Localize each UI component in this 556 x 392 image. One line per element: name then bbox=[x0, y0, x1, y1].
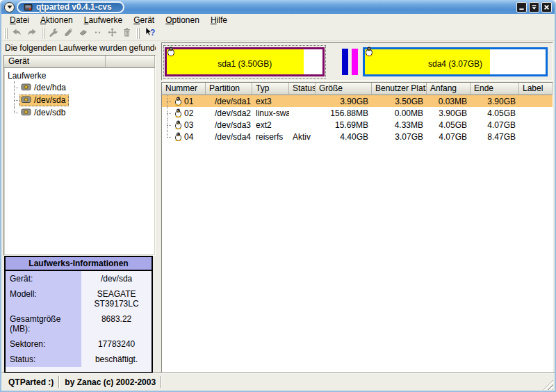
table-row-dev-sda2[interactable]: 02/dev/sda2linux-swap156.88MB0.00MB3.90G… bbox=[162, 107, 553, 119]
panel-splitter[interactable] bbox=[156, 41, 161, 373]
cell-anfang: 4.05GB bbox=[427, 119, 471, 131]
cell-label bbox=[519, 131, 553, 142]
eraser-button[interactable] bbox=[76, 26, 90, 40]
cell-typ: ext2 bbox=[252, 119, 289, 131]
column-header-anfang[interactable]: Anfang bbox=[427, 83, 471, 95]
cell-typ: ext3 bbox=[252, 95, 289, 107]
column-header-nummer[interactable]: Nummer bbox=[162, 83, 206, 95]
status-divider bbox=[58, 376, 60, 388]
cell-label bbox=[519, 107, 553, 119]
toolbar: ? bbox=[1, 26, 555, 41]
drive-info-grid: Gerät:/dev/sdaModell:SEAGATE ST39173LCGe… bbox=[6, 271, 152, 367]
resize-button[interactable] bbox=[90, 26, 105, 40]
device-tree-header[interactable]: Gerät bbox=[4, 56, 155, 68]
format-icon bbox=[63, 27, 74, 40]
resize-grip-icon[interactable] bbox=[543, 379, 553, 390]
tree-branch bbox=[10, 81, 19, 94]
minimize-button[interactable] bbox=[516, 2, 527, 13]
device-panel: Die folgenden Laufwerke wurden gefunden:… bbox=[1, 41, 156, 373]
redo-button[interactable] bbox=[24, 26, 39, 40]
column-header-gr-e[interactable]: Größe bbox=[316, 83, 372, 95]
menu-hilfe[interactable]: Hilfe bbox=[205, 15, 233, 26]
column-header-benutzer-platz[interactable]: Benutzer Platz bbox=[372, 83, 427, 95]
info-label: Gesamtgröße (MB): bbox=[6, 311, 81, 336]
device-tree: Gerät Laufwerke /dev/hda /dev/sda /dev/s… bbox=[3, 55, 156, 256]
partition-segment-sda4[interactable]: sda4 (3.07GB) bbox=[361, 45, 550, 79]
minimize-icon bbox=[518, 2, 525, 13]
move-button[interactable] bbox=[105, 26, 120, 40]
menu-datei[interactable]: Datei bbox=[4, 15, 35, 26]
cell-status bbox=[289, 107, 316, 119]
drive-info-footer bbox=[6, 367, 152, 372]
column-header-label[interactable]: Label bbox=[519, 83, 553, 95]
partition-table-header: NummerPartitionTypStatusGrößeBenutzer Pl… bbox=[162, 83, 553, 95]
cell-gr-e: 156.88MB bbox=[316, 107, 372, 119]
partition-segment-label: sda4 (3.07GB) bbox=[365, 49, 546, 74]
trash-button[interactable] bbox=[120, 26, 134, 40]
partition-segment-sda3[interactable] bbox=[352, 49, 358, 75]
device-entry[interactable]: /dev/hda bbox=[19, 82, 70, 94]
toolbar-handle[interactable] bbox=[136, 28, 140, 39]
toolbar-handle[interactable] bbox=[41, 28, 44, 39]
column-header-typ[interactable]: Typ bbox=[252, 83, 289, 95]
menu-optionen[interactable]: Optionen bbox=[160, 15, 205, 26]
whatsthis-button[interactable]: ? bbox=[142, 26, 156, 40]
tree-item-dev-sda[interactable]: /dev/sda bbox=[6, 94, 155, 106]
device-entry[interactable]: /dev/sdb bbox=[19, 107, 69, 119]
partition-table-body: 01/dev/sda1ext33.90GB3.50GB0.03MB3.90GB … bbox=[162, 95, 553, 142]
table-row-dev-sda3[interactable]: 03/dev/sda3ext215.69MB4.33MB4.05GB4.07GB bbox=[162, 119, 553, 131]
tree-item-dev-sdb[interactable]: /dev/sdb bbox=[6, 106, 155, 119]
maximize-icon bbox=[531, 2, 537, 13]
cell-partition: /dev/sda1 bbox=[206, 95, 252, 107]
column-header-ende[interactable]: Ende bbox=[471, 83, 519, 95]
toolbar-handle[interactable] bbox=[4, 28, 8, 39]
status-credit-label: by Zanac (c) 2002-2003 bbox=[60, 377, 160, 387]
column-header-status[interactable]: Status bbox=[289, 83, 316, 95]
cell-gr-e: 4.40GB bbox=[316, 131, 372, 142]
whatsthis-icon: ? bbox=[144, 26, 155, 40]
partition-bar: sda1 (3.50GB) sda4 (3.07GB) bbox=[161, 42, 553, 81]
menu-aktionen[interactable]: Aktionen bbox=[35, 15, 79, 26]
cell-nummer: 02 bbox=[162, 107, 206, 119]
status-divider bbox=[161, 376, 162, 388]
cell-label bbox=[519, 119, 553, 131]
table-row-dev-sda1[interactable]: 01/dev/sda1ext33.90GB3.50GB0.03MB3.90GB bbox=[162, 95, 553, 107]
close-icon bbox=[543, 2, 550, 13]
tree-root-laufwerke[interactable]: Laufwerke bbox=[6, 70, 155, 81]
undo-icon bbox=[12, 27, 22, 40]
window-menu-button[interactable] bbox=[4, 2, 15, 13]
tree-header-empty[interactable] bbox=[106, 56, 155, 68]
menu-gerät[interactable]: Gerät bbox=[128, 15, 160, 26]
trash-icon bbox=[122, 27, 132, 40]
title-pill: qtparted v0.4.1-cvs bbox=[17, 1, 124, 13]
wrench-button[interactable] bbox=[47, 26, 61, 40]
format-button[interactable] bbox=[61, 26, 76, 40]
cell-benutzer-platz: 4.33MB bbox=[372, 119, 427, 131]
device-tree-body: Laufwerke /dev/hda /dev/sda /dev/sdb bbox=[4, 68, 155, 119]
tree-header-geraet[interactable]: Gerät bbox=[4, 56, 106, 68]
titlebar[interactable]: qtparted v0.4.1-cvs bbox=[1, 0, 555, 14]
info-label: Modell: bbox=[6, 286, 81, 311]
tree-branch bbox=[163, 119, 172, 131]
hard-disk-icon bbox=[21, 83, 31, 93]
undo-button[interactable] bbox=[10, 26, 24, 40]
column-header-partition[interactable]: Partition bbox=[206, 83, 252, 95]
close-button[interactable] bbox=[541, 2, 552, 13]
tree-branch bbox=[10, 94, 19, 106]
device-label: /dev/sda bbox=[34, 95, 65, 105]
cell-nummer: 01 bbox=[162, 95, 206, 107]
info-value: 8683.22 bbox=[81, 311, 152, 336]
menu-laufwerke[interactable]: Laufwerke bbox=[79, 15, 128, 26]
tree-item-dev-hda[interactable]: /dev/hda bbox=[6, 81, 155, 94]
cell-ende: 8.47GB bbox=[471, 131, 519, 142]
tux-icon bbox=[174, 120, 182, 129]
maximize-button[interactable] bbox=[529, 2, 539, 13]
device-label: /dev/sdb bbox=[34, 108, 65, 117]
partition-segment-sda1[interactable]: sda1 (3.50GB) bbox=[163, 45, 326, 79]
table-row-dev-sda4[interactable]: 04/dev/sda4reiserfsAktiv4.40GB3.07GB4.07… bbox=[162, 131, 553, 142]
device-entry[interactable]: /dev/sda bbox=[19, 95, 69, 106]
info-label: Status: bbox=[6, 352, 81, 367]
cell-nummer: 04 bbox=[162, 131, 206, 142]
svg-text:?: ? bbox=[150, 28, 155, 38]
partition-segment-sda2[interactable] bbox=[342, 49, 348, 75]
